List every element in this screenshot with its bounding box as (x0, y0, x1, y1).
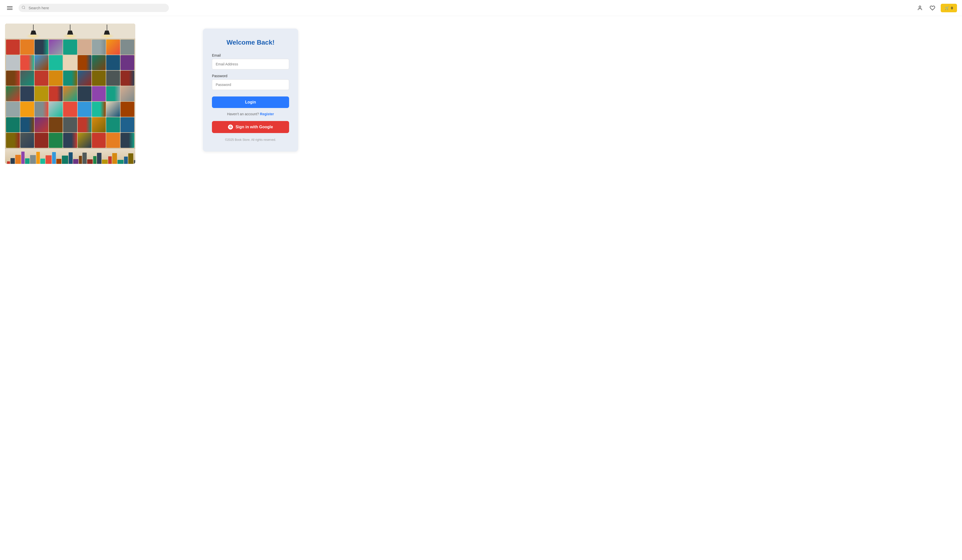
shelf-book (87, 159, 93, 164)
book-collage (5, 24, 135, 164)
lamp-cord (70, 24, 70, 31)
shelf-book (11, 158, 15, 164)
lamp-2 (63, 24, 77, 39)
collage-cell (49, 117, 63, 132)
collage-cell (49, 40, 63, 55)
shelf-book (79, 156, 82, 164)
collage-cell (35, 117, 48, 132)
collage-cell (20, 40, 34, 55)
shelf-book (124, 157, 128, 164)
wishlist-button[interactable] (928, 4, 937, 12)
collage-cell (92, 117, 106, 132)
shelf-book (97, 153, 102, 164)
shelf-book (69, 152, 73, 164)
google-button-label: Sign in with Google (236, 125, 273, 129)
collage-cell (63, 133, 77, 148)
register-prompt: Haven't an account? (227, 112, 259, 116)
lamp-cord (107, 24, 107, 31)
hamburger-line-3 (7, 9, 13, 10)
register-link[interactable]: Register (260, 112, 274, 116)
search-container (19, 4, 169, 12)
collage-cell (77, 55, 92, 70)
collage-cell (106, 40, 120, 55)
collage-cell (20, 133, 34, 148)
collage-cell (35, 133, 48, 148)
menu-button[interactable] (5, 4, 15, 12)
shelf-book (25, 158, 29, 164)
cart-button[interactable]: 🛒 0 (941, 4, 957, 12)
lamps-row (5, 24, 135, 39)
lamp-3 (100, 24, 115, 39)
shelf-book (40, 158, 45, 164)
password-label: Password (212, 74, 289, 78)
collage-grid (5, 39, 135, 149)
cart-count: 0 (951, 6, 953, 10)
collage-cell (6, 117, 20, 132)
shelf-book (45, 155, 52, 164)
collage-cell (92, 102, 106, 117)
collage-cell (20, 117, 34, 132)
svg-point-0 (22, 6, 25, 9)
shelf-book (21, 152, 24, 164)
hamburger-line-2 (7, 8, 13, 8)
collage-cell (63, 86, 77, 101)
svg-line-1 (24, 8, 25, 9)
shelf-book (73, 159, 78, 164)
user-profile-button[interactable] (916, 4, 924, 12)
email-label: Email (212, 53, 289, 57)
search-input[interactable] (19, 4, 169, 12)
shelf-book (82, 153, 87, 164)
collage-cell (49, 133, 63, 148)
password-input[interactable] (212, 79, 289, 90)
main-content: Welcome Back! Email Password Login Haven… (0, 16, 361, 171)
shelf-book (7, 161, 10, 164)
shelf-book (56, 159, 61, 164)
collage-cell (77, 40, 92, 55)
collage-cell (106, 55, 120, 70)
collage-cell (35, 55, 48, 70)
collage-cell (77, 86, 92, 101)
password-form-group: Password (212, 74, 289, 90)
collage-cell (49, 71, 63, 86)
collage-cell (77, 71, 92, 86)
lamp-cord (33, 24, 34, 31)
search-icon (21, 5, 26, 11)
collage-cell (121, 86, 134, 101)
svg-point-2 (919, 6, 921, 8)
header-actions: 🛒 0 (916, 4, 957, 12)
shelf-book (30, 155, 36, 164)
collage-cell (121, 133, 134, 148)
hamburger-line-1 (7, 6, 13, 7)
collage-cell (35, 86, 48, 101)
collage-cell (20, 55, 34, 70)
shelf-book (118, 160, 124, 164)
collage-cell (92, 40, 106, 55)
login-button[interactable]: Login (212, 97, 289, 108)
shelf-book (15, 155, 21, 164)
lamp-shade (104, 31, 110, 35)
collage-cell (121, 117, 134, 132)
lamp-shade (67, 31, 73, 35)
login-card: Welcome Back! Email Password Login Haven… (203, 29, 298, 152)
register-prompt-text: Haven't an account? Register (212, 112, 289, 116)
shelf-section (5, 149, 135, 164)
collage-cell (6, 40, 20, 55)
collage-cell (92, 55, 106, 70)
shelf-book (108, 157, 112, 164)
collage-cell (63, 102, 77, 117)
lamp-shade (30, 31, 36, 35)
shelf-book (62, 156, 68, 164)
google-signin-button[interactable]: G Sign in with Google (212, 121, 289, 133)
email-input[interactable] (212, 59, 289, 69)
collage-cell (49, 86, 63, 101)
google-icon: G (228, 124, 233, 129)
collage-cell (121, 40, 134, 55)
collage-cell (20, 71, 34, 86)
collage-cell (35, 102, 48, 117)
collage-cell (6, 55, 20, 70)
collage-cell (63, 71, 77, 86)
collage-cell (77, 117, 92, 132)
collage-cell (106, 102, 120, 117)
shelf-book (134, 160, 135, 164)
cart-icon: 🛒 (945, 6, 949, 10)
